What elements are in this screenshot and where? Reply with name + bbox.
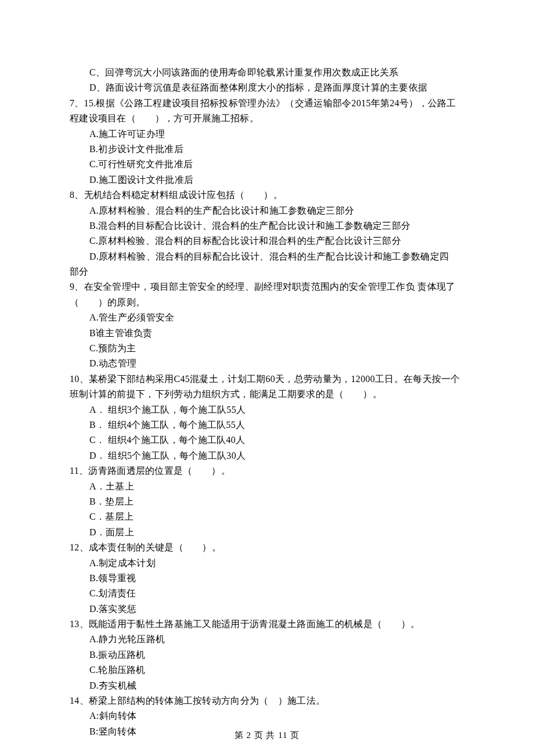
text-line: 部分: [70, 264, 464, 279]
text-line: B.领导重视: [70, 571, 464, 586]
page-footer: 第 2 页 共 11 页: [0, 728, 534, 743]
text-line: C.原材料检验、混合料的目标配合比设计和混合料的生产配合比设计三部分: [70, 233, 464, 249]
text-line: C.划清责任: [70, 586, 464, 601]
text-line: D.夯实机械: [70, 678, 464, 693]
text-line: D． 组织5个施工队，每个施工队30人: [70, 448, 464, 463]
text-line: A．土基上: [70, 479, 464, 494]
text-line: 11、沥青路面透层的位置是（ ）。: [70, 463, 464, 478]
text-line: B谁主管谁负责: [70, 326, 464, 341]
text-line: A.静力光轮压路机: [70, 632, 464, 647]
text-line: C． 组织4个施工队，每个施工队40人: [70, 433, 464, 448]
text-line: C．基层上: [70, 509, 464, 524]
text-line: B.混合料的目标配合比设计、混合料的生产配合比设计和施工参数确定三部分: [70, 218, 464, 233]
text-line: A.制定成本计划: [70, 556, 464, 571]
text-line: C.可行性研究文件批准后: [70, 157, 464, 172]
text-line: 8、无机结合料稳定材料组成设计应包括（ ）。: [70, 188, 464, 203]
text-line: 7、15.根据《公路工程建设项目招标投标管理办法》（交通运输部令2015年第24…: [70, 96, 464, 127]
text-line: C、回弹弯沉大小同该路面的使用寿命即轮载累计重复作用次数成正比关系: [70, 65, 464, 80]
text-line: A:斜向转体: [70, 708, 464, 723]
text-line: 12、成本责任制的关键是（ ）。: [70, 540, 464, 555]
text-line: A． 组织3个施工队，每个施工队55人: [70, 402, 464, 417]
text-line: D．面层上: [70, 525, 464, 540]
text-line: C.轮胎压路机: [70, 663, 464, 678]
text-line: A.原材料检验、混合料的生产配合比设计和施工参数确定三部分: [70, 203, 464, 218]
text-line: B．垫层上: [70, 494, 464, 509]
text-line: D、路面设计弯沉值是表征路面整体刚度大小的指标，是路面厚度计算的主要依据: [70, 80, 464, 95]
text-line: D.施工图设计文件批准后: [70, 172, 464, 188]
text-line: B.振动压路机: [70, 647, 464, 663]
text-line: D.原材料检验、混合料的目标配合比设计、混合料的生产配合比设计和施工参数确定四: [70, 249, 464, 264]
text-line: 14、桥梁上部结构的转体施工按转动方向分为（ ）施工法。: [70, 693, 464, 708]
text-line: 9、在安全管理中，项目部主管安全的经理、副经理对职责范围内的安全管理工作负 责体…: [70, 279, 464, 310]
text-line: A.施工许可证办理: [70, 127, 464, 142]
text-line: A.管生产必须管安全: [70, 310, 464, 325]
document-body: C、回弹弯沉大小同该路面的使用寿命即轮载累计重复作用次数成正比关系D、路面设计弯…: [70, 65, 464, 739]
text-line: B． 组织4个施工队，每个施工队55人: [70, 417, 464, 433]
text-line: 13、既能适用于黏性土路基施工又能适用于沥青混凝土路面施工的机械是（ ）。: [70, 617, 464, 632]
text-line: D.动态管理: [70, 356, 464, 371]
text-line: C.预防为主: [70, 341, 464, 356]
text-line: B.初步设计文件批准后: [70, 142, 464, 157]
document-page: C、回弹弯沉大小同该路面的使用寿命即轮载累计重复作用次数成正比关系D、路面设计弯…: [0, 0, 534, 756]
text-line: 10、某桥梁下部结构采用C45混凝土，计划工期60天，总劳动量为，12000工日…: [70, 372, 464, 402]
text-line: D.落实奖惩: [70, 602, 464, 617]
